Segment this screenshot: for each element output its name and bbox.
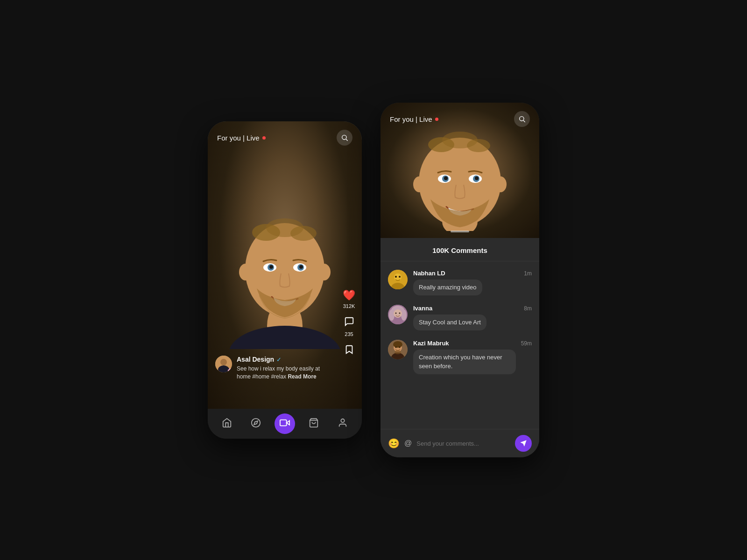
comments-count-number: 100K	[432, 246, 449, 254]
explore-icon	[251, 418, 261, 430]
mention-button[interactable]: @	[404, 439, 412, 448]
svg-point-56	[395, 347, 397, 348]
send-button[interactable]	[515, 435, 532, 452]
comment-content-ivanna: Ivanna 8m Stay Cool and Love Art	[413, 305, 532, 330]
comment-username-kazi: Kazi Mabruk	[413, 340, 449, 347]
svg-line-15	[346, 139, 348, 141]
header-title-left: For you | Live	[217, 134, 266, 142]
svg-point-7	[317, 264, 331, 280]
avatar-nabhan	[388, 270, 408, 289]
svg-point-50	[395, 313, 397, 314]
comment-bubble-ivanna: Stay Cool and Love Art	[413, 315, 486, 330]
search-icon-right	[518, 115, 526, 123]
comments-count-label: Comments	[451, 246, 487, 254]
like-count: 312K	[343, 303, 355, 309]
search-button-left[interactable]	[337, 130, 352, 146]
video-area-right: For you | Live	[381, 103, 539, 238]
comment-username-ivanna: Ivanna	[413, 305, 432, 312]
comment-time-ivanna: 8m	[524, 305, 532, 312]
avatar-kazi	[388, 340, 408, 359]
svg-point-1	[229, 326, 341, 349]
svg-point-57	[399, 347, 401, 348]
svg-point-38	[520, 117, 524, 121]
comments-list: Nabhan LD 1m Really amazing video	[381, 261, 539, 429]
svg-point-47	[389, 309, 395, 321]
header-right: For you | Live	[381, 103, 539, 135]
comment-action[interactable]: 235	[344, 316, 354, 337]
svg-point-31	[494, 176, 507, 192]
like-action[interactable]: ❤️ 312K	[343, 289, 355, 309]
svg-point-37	[475, 176, 479, 180]
svg-marker-21	[287, 420, 289, 425]
title-text-right: For you | Live	[390, 115, 432, 123]
profile-icon	[338, 418, 348, 430]
svg-point-48	[401, 309, 407, 321]
comment-item-ivanna: Ivanna 8m Stay Cool and Love Art	[388, 300, 532, 335]
comment-bubble-kazi: Creation which you have never seen befor…	[413, 350, 516, 374]
comment-username-nabhan: Nabhan LD	[413, 270, 445, 277]
right-phone: For you | Live 100K Comments	[381, 103, 539, 457]
comments-header: 100K Comments	[381, 238, 539, 261]
comment-input-area: 😊 @	[381, 429, 539, 457]
comment-bubble-nabhan: Really amazing video	[413, 280, 482, 295]
svg-point-19	[252, 418, 260, 427]
user-avatar-left: 🌸	[215, 356, 232, 372]
comment-time-nabhan: 1m	[524, 270, 532, 277]
comment-content-nabhan: Nabhan LD 1m Really amazing video	[413, 270, 532, 295]
heart-icon: ❤️	[343, 289, 355, 301]
svg-point-6	[239, 264, 252, 280]
emoji-button[interactable]: 😊	[388, 438, 400, 449]
record-icon	[280, 418, 290, 430]
home-icon	[222, 418, 232, 430]
svg-point-24	[341, 419, 344, 422]
title-text-left: For you | Live	[217, 134, 260, 142]
svg-point-29	[467, 139, 490, 152]
bookmark-action[interactable]	[344, 344, 354, 357]
svg-point-5	[290, 226, 317, 241]
avatar-ivanna	[388, 305, 408, 324]
nav-record[interactable]	[275, 413, 295, 434]
svg-point-14	[342, 135, 346, 140]
svg-point-43	[395, 276, 397, 278]
comment-item-kazi: Kazi Mabruk 59m Creation which you have …	[388, 335, 532, 378]
action-bar-left: ❤️ 312K 235	[343, 289, 355, 357]
nav-home[interactable]	[217, 413, 237, 434]
comment-icon	[344, 316, 354, 329]
video-area-left: For you | Live ❤️ 312K	[208, 121, 362, 409]
svg-point-36	[444, 176, 448, 180]
svg-marker-20	[254, 421, 258, 425]
shop-icon	[309, 418, 319, 430]
comment-item-nabhan: Nabhan LD 1m Really amazing video	[388, 265, 532, 300]
svg-point-12	[269, 265, 273, 269]
user-info-overlay: 🌸 Asal Design ✓ See how i relax my body …	[215, 356, 334, 381]
comment-content-kazi: Kazi Mabruk 59m Creation which you have …	[413, 340, 532, 374]
bookmark-icon	[344, 344, 354, 357]
verified-icon-left: ✓	[276, 356, 282, 363]
comments-count: 100K Comments	[390, 246, 530, 254]
user-info-text: Asal Design ✓ See how i relax my body ea…	[237, 356, 334, 381]
live-dot-right	[435, 118, 438, 121]
flower-badge: 🌸	[227, 368, 232, 372]
search-icon-left	[341, 134, 348, 141]
bottom-nav-left	[208, 409, 362, 439]
nav-shop[interactable]	[303, 413, 324, 434]
read-more-button[interactable]: Read More	[288, 373, 316, 380]
svg-point-17	[220, 359, 227, 365]
header-title-right: For you | Live	[390, 115, 438, 123]
send-icon	[520, 440, 527, 447]
comment-input[interactable]	[416, 440, 510, 447]
header-left: For you | Live	[208, 121, 362, 154]
svg-point-58	[395, 350, 401, 354]
drag-handle[interactable]	[451, 231, 469, 232]
nav-profile[interactable]	[332, 413, 353, 434]
svg-line-39	[523, 120, 525, 122]
svg-point-51	[399, 313, 401, 314]
svg-point-30	[413, 176, 425, 192]
svg-point-13	[299, 265, 303, 269]
nav-explore[interactable]	[246, 413, 266, 434]
comments-panel: 100K Comments	[381, 238, 539, 457]
svg-rect-22	[280, 420, 287, 426]
search-button-right[interactable]	[514, 111, 530, 127]
live-dot-left	[262, 136, 266, 140]
svg-point-54	[393, 341, 402, 348]
